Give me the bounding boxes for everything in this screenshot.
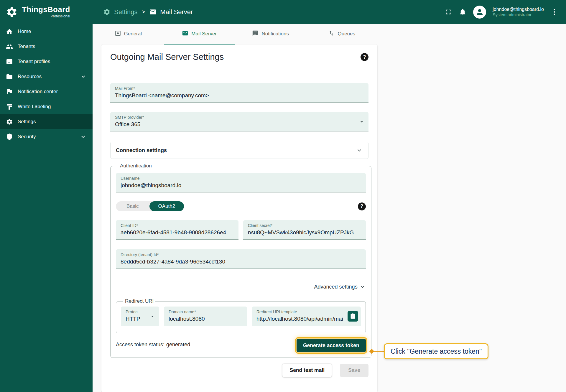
sidebar-item-label: Home xyxy=(18,29,31,34)
settings-gear-icon xyxy=(103,8,111,16)
toggle-basic-option[interactable]: Basic xyxy=(116,203,149,209)
thingsboard-logo-icon xyxy=(5,6,18,19)
redirect-uri-template-input[interactable]: Redirect URI template http://localhost:8… xyxy=(252,307,361,326)
client-secret-label: Client secret* xyxy=(248,223,361,228)
tab-notifications[interactable]: Notifications xyxy=(235,24,306,45)
sidebar-item-resources[interactable]: Resources xyxy=(0,69,93,84)
breadcrumb: Settings > Mail Server xyxy=(103,8,193,16)
sidebar-item-white-labeling[interactable]: White Labeling xyxy=(0,99,93,114)
breadcrumb-separator: > xyxy=(142,9,145,15)
protocol-value: HTTP xyxy=(126,316,149,322)
fullscreen-icon[interactable] xyxy=(444,8,452,16)
advanced-settings-label: Advanced settings xyxy=(314,284,358,290)
user-info: johndoe@thingsboard.io System administra… xyxy=(493,6,544,18)
folder-icon xyxy=(6,73,13,80)
mail-from-input[interactable]: Mail From* ThingsBoard <name@company.com… xyxy=(110,83,368,103)
tabs-bar: General Mail Server Notifications Queues xyxy=(93,24,377,45)
paint-icon xyxy=(6,103,13,110)
sidebar-item-tenants[interactable]: Tenants xyxy=(0,39,93,54)
brand-subtitle: Professional xyxy=(22,14,70,18)
access-token-status: Access token status:generated xyxy=(116,342,190,349)
user-avatar[interactable] xyxy=(473,6,486,19)
domain-name-input[interactable]: Domain name* localhost:8080 xyxy=(164,307,247,326)
mail-from-label: Mail From* xyxy=(115,86,364,91)
mail-tab-icon xyxy=(182,30,188,38)
content-area: Outgoing Mail Server Settings ? Mail Fro… xyxy=(93,45,566,392)
access-token-status-value: generated xyxy=(166,342,190,347)
home-icon xyxy=(6,28,13,35)
smtp-provider-select[interactable]: SMTP provider* Office 365 xyxy=(110,112,368,131)
redirect-uri-legend: Redirect URI xyxy=(123,298,155,304)
card-header: Outgoing Mail Server Settings ? xyxy=(110,52,368,62)
toggle-oauth2-option[interactable]: OAuth2 xyxy=(149,201,184,211)
notifications-bell-icon[interactable] xyxy=(459,8,467,16)
protocol-select[interactable]: Protoc... HTTP xyxy=(121,307,159,326)
auth-type-toggle: Basic OAuth2 xyxy=(116,201,184,211)
page-title: Outgoing Mail Server Settings xyxy=(110,52,224,62)
tab-general[interactable]: General xyxy=(93,24,164,45)
domain-name-value: localhost:8080 xyxy=(169,316,242,322)
oauth-help-icon[interactable]: ? xyxy=(358,202,366,210)
help-icon[interactable]: ? xyxy=(361,53,368,61)
brand-text: ThingsBoard Professional xyxy=(22,6,70,18)
sidebar-item-label: White Labeling xyxy=(18,104,51,110)
annotation-callout-text: Click "Generate access token" xyxy=(391,347,482,355)
sidebar-item-label: Security xyxy=(18,134,36,140)
main-column: Settings > Mail Server johndoe@thingsboa… xyxy=(93,0,566,392)
kebab-menu-icon[interactable] xyxy=(550,8,558,16)
gear-icon xyxy=(6,118,13,125)
form-actions: Send test mail Save xyxy=(110,364,368,377)
annotation-callout: Click "Generate access token" xyxy=(384,343,488,359)
auth-type-row: Basic OAuth2 ? xyxy=(116,201,366,211)
username-label: Username xyxy=(121,176,361,181)
connection-settings-label: Connection settings xyxy=(116,147,167,154)
app-root: ThingsBoard Professional Home Tenants Te… xyxy=(0,0,566,392)
sidebar-item-tenant-profiles[interactable]: Tenant profiles xyxy=(0,54,93,69)
breadcrumb-settings-link[interactable]: Settings xyxy=(114,8,138,16)
advanced-settings-expander[interactable]: Advanced settings xyxy=(116,284,366,290)
chevron-down-icon xyxy=(80,73,87,80)
redirect-uri-template-value: http://localhost:8080/api/admin/mai xyxy=(256,316,343,322)
dropdown-caret-icon xyxy=(149,313,156,319)
user-role: System administrator xyxy=(493,12,544,18)
connection-settings-expander[interactable]: Connection settings xyxy=(110,142,368,159)
sidebar-item-security[interactable]: Security xyxy=(0,129,93,144)
sidebar-item-label: Resources xyxy=(18,74,42,80)
sidebar-nav: Home Tenants Tenant profiles Resources N… xyxy=(0,24,93,144)
tab-mail-server[interactable]: Mail Server xyxy=(164,24,235,45)
client-secret-input[interactable]: Client secret* nsu8Q~MVSwk43o9bicJysx9Om… xyxy=(243,220,366,240)
breadcrumb-page-title: Mail Server xyxy=(160,8,193,16)
sidebar-item-notification-center[interactable]: Notification center xyxy=(0,84,93,99)
copy-redirect-uri-button[interactable] xyxy=(348,311,358,322)
smtp-provider-value: Office 365 xyxy=(115,121,364,128)
sidebar-item-label: Tenant profiles xyxy=(18,59,50,65)
mail-icon xyxy=(149,8,157,16)
client-id-input[interactable]: Client ID* aeb6020e-6fad-4581-9b48-9008d… xyxy=(116,220,238,240)
access-token-status-label: Access token status: xyxy=(116,342,164,347)
brand-name: ThingsBoard xyxy=(22,6,70,13)
client-secret-value: nsu8Q~MVSwk43o9bicJysx9OmpUZPJkG xyxy=(248,229,361,236)
authentication-legend: Authentication xyxy=(118,163,154,169)
tenant-id-value: 8eddd5cd-b327-4a84-9da3-96e534ccf130 xyxy=(121,258,361,265)
username-input[interactable]: Username johndoe@thingsboard.io xyxy=(116,173,366,192)
sidebar-item-settings[interactable]: Settings xyxy=(0,114,93,129)
chevron-down-icon xyxy=(359,284,366,290)
client-credentials-row: Client ID* aeb6020e-6fad-4581-9b48-9008d… xyxy=(116,220,366,240)
tenant-id-input[interactable]: Directory (tenant) Id* 8eddd5cd-b327-4a8… xyxy=(116,249,366,269)
redirect-uri-row: Protoc... HTTP Domain name* localhost:80… xyxy=(121,307,361,326)
send-test-mail-button[interactable]: Send test mail xyxy=(282,364,332,377)
header-actions: johndoe@thingsboard.io System administra… xyxy=(444,6,558,19)
profile-card-icon xyxy=(6,58,13,65)
sidebar-item-label: Notification center xyxy=(18,89,58,95)
copy-icon xyxy=(350,313,356,319)
save-button[interactable]: Save xyxy=(340,364,368,377)
sidebar-item-label: Settings xyxy=(18,119,36,125)
people-icon xyxy=(6,43,13,50)
top-header: Settings > Mail Server johndoe@thingsboa… xyxy=(93,0,566,24)
sidebar-item-home[interactable]: Home xyxy=(0,24,93,39)
tab-queues[interactable]: Queues xyxy=(306,24,378,45)
access-token-row: Access token status:generated Generate a… xyxy=(116,339,366,352)
authentication-fieldset: Authentication Username johndoe@thingsbo… xyxy=(110,163,371,358)
brand[interactable]: ThingsBoard Professional xyxy=(0,0,93,24)
generate-access-token-button[interactable]: Generate access token xyxy=(297,339,366,352)
